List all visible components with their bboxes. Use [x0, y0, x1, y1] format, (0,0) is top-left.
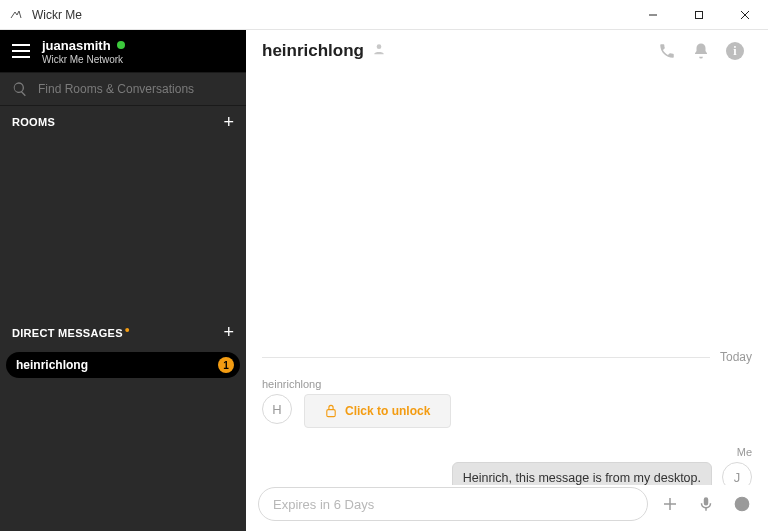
outgoing-sender-label: Me [737, 446, 752, 458]
sidebar-header: juanasmith Wickr Me Network [0, 30, 246, 72]
sidebar: juanasmith Wickr Me Network ROOMS + DIRE… [0, 30, 246, 531]
chat-pane: heinrichlong i Today heinrichlong [246, 30, 768, 531]
rooms-title: ROOMS [12, 116, 55, 128]
svg-rect-1 [696, 11, 703, 18]
dm-item-heinrichlong[interactable]: heinrichlong 1 [6, 352, 240, 378]
composer[interactable] [258, 487, 648, 521]
svg-point-9 [744, 502, 746, 504]
outgoing-message: Me Heinrich, this message is from my des… [452, 446, 752, 485]
notification-button[interactable] [684, 34, 718, 68]
composer-row [246, 485, 768, 531]
attach-button[interactable] [656, 490, 684, 518]
svg-point-4 [377, 44, 382, 49]
svg-point-7 [735, 497, 749, 511]
network-label: Wickr Me Network [42, 54, 125, 65]
emoji-button[interactable] [728, 490, 756, 518]
rooms-section-header: ROOMS + [0, 106, 246, 138]
window-minimize-button[interactable] [630, 0, 676, 29]
search-input[interactable] [38, 82, 234, 96]
presence-indicator [117, 41, 125, 49]
incoming-sender-label: heinrichlong [262, 378, 451, 390]
unlock-label: Click to unlock [345, 404, 430, 418]
dm-section-header: DIRECT MESSAGES• + [0, 316, 246, 348]
incoming-message: heinrichlong H Click to unlock [262, 378, 451, 428]
dm-unread-badge: 1 [218, 357, 234, 373]
chat-header: heinrichlong i [246, 30, 768, 72]
outgoing-text: Heinrich, this message is from my deskto… [463, 471, 701, 485]
window-maximize-button[interactable] [676, 0, 722, 29]
add-dm-button[interactable]: + [223, 323, 234, 341]
unlock-message-button[interactable]: Click to unlock [304, 394, 451, 428]
search-row[interactable] [0, 72, 246, 106]
window-close-button[interactable] [722, 0, 768, 29]
current-user-name: juanasmith [42, 38, 111, 53]
chat-body: Today heinrichlong H Click to unlock Me … [246, 72, 768, 485]
dm-unread-dot: • [125, 322, 130, 338]
menu-icon[interactable] [12, 44, 30, 58]
window-titlebar: Wickr Me [0, 0, 768, 30]
svg-point-8 [739, 502, 741, 504]
svg-rect-5 [327, 410, 335, 417]
dm-item-label: heinrichlong [16, 358, 218, 372]
info-icon: i [726, 42, 744, 60]
window-title: Wickr Me [32, 8, 630, 22]
chat-title: heinrichlong [262, 41, 364, 61]
contact-icon [372, 42, 386, 60]
info-button[interactable]: i [718, 34, 752, 68]
lock-icon [325, 404, 337, 418]
incoming-avatar: H [262, 394, 292, 424]
add-room-button[interactable]: + [223, 113, 234, 131]
day-label: Today [720, 350, 752, 364]
app-icon [6, 9, 26, 21]
dm-title: DIRECT MESSAGES [12, 327, 123, 339]
outgoing-avatar: J [722, 462, 752, 485]
call-button[interactable] [650, 34, 684, 68]
day-separator: Today [262, 350, 752, 364]
outgoing-bubble[interactable]: Heinrich, this message is from my deskto… [452, 462, 712, 485]
voice-button[interactable] [692, 490, 720, 518]
message-input[interactable] [273, 497, 633, 512]
rooms-list-empty [0, 138, 246, 316]
search-icon [12, 81, 28, 97]
